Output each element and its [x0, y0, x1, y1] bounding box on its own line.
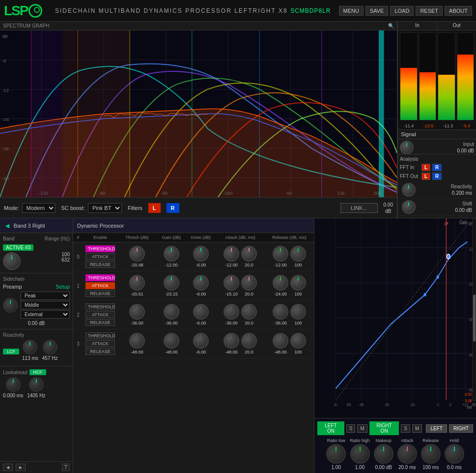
m-button-left[interactable]: M	[357, 424, 367, 433]
release-knob-3a[interactable]	[273, 333, 288, 349]
right-on-button[interactable]: RIGHT ON	[369, 421, 399, 435]
knee-knob-0[interactable]	[193, 246, 209, 262]
reactivity-low-knob[interactable]	[23, 340, 37, 355]
shift-knob[interactable]	[402, 200, 416, 214]
thresh-knob-1[interactable]	[129, 275, 145, 291]
filter-r-button[interactable]: R	[167, 203, 179, 213]
attack-button-2[interactable]: ATTACK	[85, 311, 115, 318]
attack-button-1[interactable]: ATTACK	[85, 282, 115, 289]
reactivity-row: Reactivity 0.200 ms	[400, 181, 474, 199]
zoom-icon[interactable]: 🔍	[388, 23, 394, 29]
link-button[interactable]: LINK...	[340, 203, 378, 213]
release-knob-0b[interactable]	[290, 246, 306, 262]
peak-select[interactable]: Peak	[21, 292, 70, 300]
reactivity-knob[interactable]	[402, 183, 416, 197]
m-button-right[interactable]: M	[412, 424, 422, 433]
active-badge[interactable]: ACTIVE #3	[3, 244, 33, 251]
threshold-button-3[interactable]: THRESHOLD	[85, 332, 115, 339]
fft-in-l-button[interactable]: L	[421, 164, 430, 171]
lookahead-low-knob[interactable]	[6, 377, 21, 392]
attack-knob-2b[interactable]	[241, 304, 257, 320]
threshold-button-1[interactable]: THRESHOLD	[85, 274, 115, 281]
attack-ratio-knob[interactable]	[397, 444, 417, 464]
makeup-knob[interactable]	[374, 444, 393, 464]
thresh-knob-0[interactable]	[129, 246, 145, 262]
attack-knob-2a[interactable]	[224, 304, 239, 320]
gain-knob-3[interactable]	[164, 333, 179, 349]
s-button-left[interactable]: S	[346, 424, 356, 433]
release-button-2[interactable]: RELEASE	[85, 319, 115, 326]
lookahead-high-knob[interactable]	[29, 377, 44, 392]
s-button-right[interactable]: S	[401, 424, 410, 433]
gain-knob-1[interactable]	[164, 275, 179, 291]
load-button[interactable]: LOAD	[390, 6, 414, 16]
prev-band-button[interactable]: ◄	[3, 464, 13, 471]
release-knob-0a[interactable]	[273, 246, 288, 262]
vu-out-tab[interactable]: Out	[437, 22, 476, 30]
attack-knob-1b[interactable]	[241, 275, 257, 291]
input-knob[interactable]	[400, 141, 414, 154]
hold-ratio-knob[interactable]	[445, 444, 464, 464]
next-band-button[interactable]: ►	[16, 464, 26, 471]
save-button[interactable]: SAVE	[365, 6, 389, 16]
attack-knob-3b[interactable]	[241, 333, 257, 349]
reactivity-label: Reactivity	[3, 332, 70, 338]
bottom-controls: LEFT ON S M RIGHT ON S M LEFT RIGHT Rati…	[314, 418, 476, 473]
attack-button-0[interactable]: ATTACK	[85, 253, 115, 260]
attack-knob-0a[interactable]	[224, 246, 239, 262]
release-knob-1b[interactable]	[290, 275, 306, 291]
release-ratio-knob[interactable]	[421, 444, 441, 464]
threshold-button-0[interactable]: THRESHOLD	[85, 245, 115, 252]
attack-val-0b: 20.0	[245, 263, 253, 267]
release-knob-1a[interactable]	[273, 275, 288, 291]
release-button-0[interactable]: RELEASE	[85, 261, 115, 268]
knee-knob-1[interactable]	[193, 275, 209, 291]
attack-knob-3a[interactable]	[224, 333, 239, 349]
mode-select-input[interactable]: Modern	[22, 203, 56, 213]
menu-button[interactable]: MENU	[339, 6, 364, 16]
hcf-button[interactable]: HCF	[29, 369, 47, 375]
attack-knob-0b[interactable]	[241, 246, 257, 262]
vu-in-tab[interactable]: In	[398, 22, 437, 30]
knee-knob-2[interactable]	[193, 304, 209, 320]
release-knob-2a[interactable]	[273, 304, 288, 320]
dp-col-gain: Gain (dB)	[157, 234, 186, 241]
ratio-high-knob[interactable]	[350, 444, 370, 464]
middle-select[interactable]: Middle	[21, 301, 70, 309]
release-button-3[interactable]: RELEASE	[85, 348, 115, 355]
setup-label[interactable]: Setup	[56, 284, 70, 290]
band-knob[interactable]	[3, 252, 21, 270]
filter-l-button[interactable]: L	[148, 203, 161, 213]
preamp-knob[interactable]	[3, 298, 18, 313]
external-select[interactable]: External	[21, 310, 70, 319]
lcf-button[interactable]: LCF	[3, 349, 19, 355]
graph-section: dB -12 -24 -36 -48 -60 in -60 -48 -36 -2…	[314, 218, 476, 473]
band-section: ◄ Band 3 Right Band Range (Hz) ACTIVE #3…	[0, 218, 476, 473]
svg-text:11k: 11k	[337, 191, 345, 196]
reset-button[interactable]: RESET	[416, 6, 443, 16]
fft-out-r-button[interactable]: R	[432, 173, 442, 180]
release-knob-3b[interactable]	[290, 333, 306, 349]
release-val-3b: 100	[294, 350, 302, 355]
knee-knob-3[interactable]	[193, 333, 209, 349]
thresh-knob-2[interactable]	[129, 304, 145, 320]
sc-boost-input[interactable]: Pink BT	[88, 203, 122, 213]
fft-in-r-button[interactable]: R	[432, 164, 442, 171]
attack-button-3[interactable]: ATTACK	[85, 340, 115, 347]
fft-out-l-button[interactable]: L	[421, 173, 430, 180]
left-on-button[interactable]: LEFT ON	[317, 421, 344, 435]
ratio-low-knob[interactable]	[326, 444, 346, 464]
release-knob-2b[interactable]	[290, 304, 306, 320]
about-button[interactable]: ABOUT	[445, 6, 472, 16]
left-select-button[interactable]: LEFT	[426, 424, 447, 433]
spectrum-canvas[interactable]: dB -6 -12 -24 -36 -48 -120 -90 -50 -200 …	[0, 30, 397, 197]
gain-knob-2[interactable]	[164, 304, 179, 320]
thresh-knob-3[interactable]	[129, 333, 145, 349]
attack-knob-1a[interactable]	[224, 275, 239, 291]
right-select-button[interactable]: RIGHT	[449, 424, 473, 433]
gain-knob-0[interactable]	[164, 246, 179, 262]
t-button[interactable]: T	[62, 464, 70, 471]
threshold-button-2[interactable]: THRESHOLD	[85, 303, 115, 310]
release-button-1[interactable]: RELEASE	[85, 290, 115, 297]
reactivity-high-knob[interactable]	[43, 340, 57, 355]
